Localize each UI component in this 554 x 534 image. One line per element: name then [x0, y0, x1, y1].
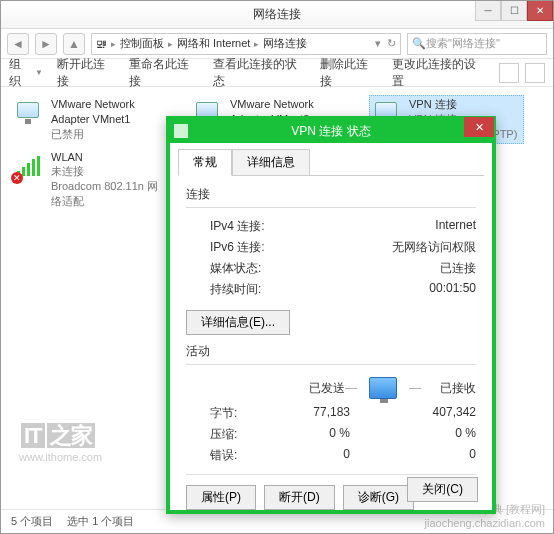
- toolbar-disconnect[interactable]: 断开此连接: [57, 56, 115, 90]
- window-controls: ─ ☐ ✕: [475, 1, 553, 21]
- breadcrumb[interactable]: 🖳 ▸ 控制面板 ▸ 网络和 Internet ▸ 网络连接 ▾ ↻: [91, 33, 401, 55]
- tab-details[interactable]: 详细信息: [232, 149, 310, 176]
- maximize-button[interactable]: ☐: [501, 1, 527, 21]
- toolbar-delete[interactable]: 删除此连接: [320, 56, 378, 90]
- breadcrumb-dropdown[interactable]: ▾ ↻: [375, 37, 396, 50]
- vpn-status-dialog: VPN 连接 状态 ✕ 常规 详细信息 连接 IPv4 连接:Internet …: [166, 116, 496, 514]
- row-ipv6: IPv6 连接:无网络访问权限: [186, 237, 476, 258]
- breadcrumb-item[interactable]: 网络连接: [263, 36, 307, 51]
- tab-general[interactable]: 常规: [178, 149, 232, 176]
- dialog-icon: [174, 124, 188, 138]
- diagnose-button[interactable]: 诊断(G): [343, 485, 414, 510]
- toolbar-rename[interactable]: 重命名此连接: [129, 56, 199, 90]
- toolbar-change-settings[interactable]: 更改此连接的设置: [392, 56, 485, 90]
- row-compression: 压缩:0 %0 %: [186, 424, 476, 445]
- dialog-title: VPN 连接 状态: [291, 123, 370, 140]
- toolbar-organize[interactable]: 组织▼: [9, 56, 43, 90]
- item-status: 未连接: [51, 164, 164, 179]
- dialog-body: 连接 IPv4 连接:Internet IPv6 连接:无网络访问权限 媒体状态…: [170, 176, 492, 518]
- connection-item-vmnet1[interactable]: VMware Network Adapter VMnet1 已禁用: [11, 95, 166, 144]
- toolbar-view-status[interactable]: 查看此连接的状态: [213, 56, 306, 90]
- dialog-titlebar: VPN 连接 状态 ✕: [170, 119, 492, 143]
- properties-button[interactable]: 属性(P): [186, 485, 256, 510]
- window-titlebar: 网络连接 ─ ☐ ✕: [1, 1, 553, 29]
- chevron-right-icon: ▸: [168, 39, 173, 49]
- connection-item-wlan[interactable]: ✕ WLAN 未连接 Broadcom 802.11n 网络适配: [11, 148, 166, 211]
- navigation-bar: ◄ ► ▲ 🖳 ▸ 控制面板 ▸ 网络和 Internet ▸ 网络连接 ▾ ↻…: [1, 29, 553, 59]
- status-selection-count: 选中 1 个项目: [67, 514, 134, 529]
- command-toolbar: 组织▼ 断开此连接 重命名此连接 查看此连接的状态 删除此连接 更改此连接的设置: [1, 59, 553, 87]
- row-ipv4: IPv4 连接:Internet: [186, 216, 476, 237]
- disconnect-button[interactable]: 断开(D): [264, 485, 335, 510]
- dialog-close-button[interactable]: ✕: [464, 117, 494, 137]
- item-name: VPN 连接: [409, 97, 517, 112]
- activity-header: 已发送 — — 已接收: [186, 373, 476, 403]
- item-status: 已禁用: [51, 127, 164, 142]
- view-icon[interactable]: [499, 63, 519, 83]
- network-adapter-icon: [13, 97, 45, 129]
- breadcrumb-icon: 🖳: [96, 38, 107, 50]
- status-item-count: 5 个项目: [11, 514, 53, 529]
- search-input[interactable]: 🔍 搜索"网络连接": [407, 33, 547, 55]
- received-label: 已接收: [421, 380, 476, 397]
- nav-back-button[interactable]: ◄: [7, 33, 29, 55]
- dialog-tabs: 常规 详细信息: [170, 143, 492, 176]
- breadcrumb-item[interactable]: 网络和 Internet: [177, 36, 250, 51]
- sent-label: 已发送: [210, 380, 345, 397]
- row-errors: 错误:00: [186, 445, 476, 466]
- nav-up-button[interactable]: ▲: [63, 33, 85, 55]
- section-activity-label: 活动: [186, 343, 476, 360]
- wifi-icon: ✕: [13, 150, 45, 182]
- watermark-logo: IT之家 www.ithome.com: [19, 421, 102, 463]
- search-icon: 🔍: [412, 37, 426, 50]
- toolbar-view-options: [499, 63, 545, 83]
- breadcrumb-item[interactable]: 控制面板: [120, 36, 164, 51]
- section-connection-label: 连接: [186, 186, 476, 203]
- row-bytes: 字节:77,183407,342: [186, 403, 476, 424]
- nav-forward-button[interactable]: ►: [35, 33, 57, 55]
- close-button[interactable]: ✕: [527, 1, 553, 21]
- chevron-right-icon: ▸: [254, 39, 259, 49]
- minimize-button[interactable]: ─: [475, 1, 501, 21]
- row-duration: 持续时间:00:01:50: [186, 279, 476, 300]
- item-name: WLAN: [51, 150, 164, 165]
- details-button[interactable]: 详细信息(E)...: [186, 310, 290, 335]
- item-name: VMware Network Adapter VMnet1: [51, 97, 164, 127]
- computer-icon: [369, 377, 397, 399]
- window-title: 网络连接: [253, 6, 301, 23]
- disconnected-badge-icon: ✕: [11, 172, 23, 184]
- row-media-state: 媒体状态:已连接: [186, 258, 476, 279]
- chevron-right-icon: ▸: [111, 39, 116, 49]
- close-dialog-button[interactable]: 关闭(C): [407, 477, 478, 502]
- search-placeholder: 搜索"网络连接": [426, 36, 500, 51]
- help-icon[interactable]: [525, 63, 545, 83]
- item-detail: Broadcom 802.11n 网络适配: [51, 179, 164, 209]
